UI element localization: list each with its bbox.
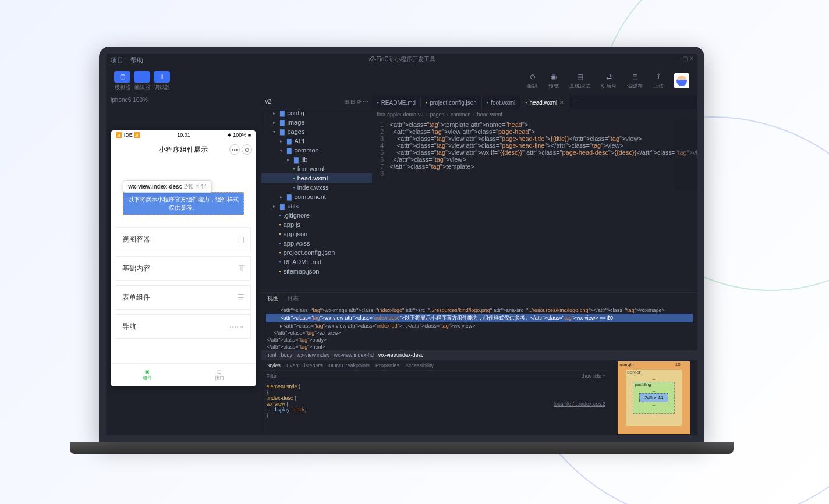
code-editor[interactable]: ▪README.md▪project.config.json▪foot.wxml… [372, 95, 697, 292]
list-item[interactable]: 导航∘∘∘ [116, 314, 251, 339]
editor-tab[interactable]: ▪README.md [372, 95, 421, 109]
styles-tab[interactable]: Styles [266, 363, 281, 368]
file-item[interactable]: ▪foot.wxml [261, 164, 372, 173]
file-item[interactable]: ▪.gitignore [261, 211, 372, 220]
folder-item[interactable]: ▸▇component [261, 192, 372, 201]
status-right: ✱ 100% ■ [227, 132, 251, 138]
file-item[interactable]: ▪app.wxss [261, 239, 372, 248]
toolbar-button[interactable]: ⫴调试器 [154, 71, 170, 91]
menu-item[interactable]: 帮助 [130, 56, 143, 65]
folder-item[interactable]: ▾▇pages [261, 127, 372, 136]
styles-tab[interactable]: Properties [375, 363, 399, 368]
phone-title: 小程序组件展示 [159, 145, 208, 155]
simulator-panel: iphone6 100% 📶 IDE 📶 10:01 ✱ 100% ■ 小程序组… [106, 95, 261, 435]
inspect-tooltip: wx-view.index-desc 240 × 44 [123, 180, 212, 193]
toolbar-action[interactable]: ⇄切后台 [601, 72, 617, 90]
editor-tab[interactable]: ▪project.config.json [421, 95, 482, 109]
inspect-highlight: 以下将展示小程序官方组件能力，组件样式仅供参考。 [123, 192, 244, 215]
dom-tree[interactable]: <attr">class="tag">wx-image attr">class=… [261, 304, 697, 350]
avatar[interactable] [674, 73, 689, 88]
toolbar-action[interactable]: ⤴上传 [653, 72, 664, 90]
css-rules[interactable]: element.style {}.index-desc {</span></di… [261, 381, 610, 435]
file-item[interactable]: ▪head.wxml [261, 173, 372, 183]
editor-tab[interactable]: ▪foot.wxml [482, 95, 520, 109]
window-controls[interactable]: — ▢ ✕ [675, 55, 694, 62]
menu-item[interactable]: 项目 [111, 56, 123, 65]
phone-tab[interactable]: ◫接口 [183, 364, 256, 386]
phone-simulator[interactable]: 📶 IDE 📶 10:01 ✱ 100% ■ 小程序组件展示 ••• ⊙ [111, 130, 256, 386]
laptop-frame: 项目 帮助 v2-FinClip小程序开发工具 — ▢ ✕ ▢模拟器编辑器⫴调试… [99, 47, 704, 454]
more-icon[interactable]: ••• [229, 144, 240, 155]
file-item[interactable]: ▪index.wxss [261, 183, 372, 192]
status-left: 📶 IDE 📶 [116, 132, 140, 138]
simulator-device-info: iphone6 100% [106, 95, 261, 107]
folder-item[interactable]: ▸▇image [261, 118, 372, 127]
toolbar-action[interactable]: ⊙编译 [527, 72, 538, 90]
devtools-panel[interactable]: 视图 日志 <attr">class="tag">wx-image attr">… [261, 292, 697, 435]
editor-tab[interactable]: ▪head.wxml✕ [520, 95, 569, 109]
app-window: 项目 帮助 v2-FinClip小程序开发工具 — ▢ ✕ ▢模拟器编辑器⫴调试… [106, 54, 697, 435]
close-icon[interactable]: ⊙ [242, 144, 252, 155]
folder-item[interactable]: ▸▇API [261, 136, 372, 145]
css-filter-toggles[interactable]: :hov .cls + [582, 373, 605, 379]
toolbar-action[interactable]: ▤真机调试 [569, 72, 590, 90]
file-item[interactable]: ▪app.json [261, 229, 372, 239]
toolbar-button[interactable]: 编辑器 [134, 71, 150, 91]
dom-breadcrumb[interactable]: htmlbodywx-view.indexwx-view.index-hdwx-… [261, 350, 697, 360]
file-item[interactable]: ▪project.config.json [261, 248, 372, 257]
toolbar-action[interactable]: ◉预览 [548, 72, 559, 90]
styles-tab[interactable]: Event Listeners [286, 363, 323, 368]
devtools-tab[interactable]: 视图 [267, 294, 279, 303]
list-item[interactable]: 视图容器▢ [116, 227, 251, 251]
folder-item[interactable]: ▸▇lib [261, 155, 372, 164]
window-title: v2-FinClip小程序开发工具 [368, 55, 435, 63]
explorer-root: v2 [265, 98, 271, 105]
breadcrumb[interactable]: fino-applet-demo-v2›pages›common›head.wx… [372, 109, 697, 120]
folder-item[interactable]: ▸▇utils [261, 201, 372, 211]
styles-tab[interactable]: DOM Breakpoints [328, 363, 370, 368]
styles-tab[interactable]: Accessibility [405, 363, 434, 368]
folder-item[interactable]: ▾▇common [261, 145, 372, 155]
minimap[interactable] [674, 120, 697, 190]
file-item[interactable]: ▪sitemap.json [261, 267, 372, 276]
file-item[interactable]: ▪app.js [261, 220, 372, 229]
toolbar: ▢模拟器编辑器⫴调试器 ⊙编译◉预览▤真机调试⇄切后台⊟清缓存⤴上传 [106, 66, 697, 95]
box-model: 10 – – 240 × 44 – – [610, 360, 697, 435]
css-filter-input[interactable]: Filter [266, 373, 278, 379]
list-item[interactable]: 表单组件☰ [116, 285, 251, 310]
tabs-more-icon[interactable]: ⋯ [569, 99, 583, 107]
file-explorer[interactable]: v2 ⊞ ⊟ ⟳ ⋯ ▸▇config▸▇image▾▇pages▸▇API▾▇… [261, 95, 372, 292]
menubar: 项目 帮助 v2-FinClip小程序开发工具 — ▢ ✕ [106, 54, 697, 66]
status-time: 10:01 [177, 132, 190, 138]
file-item[interactable]: ▪README.md [261, 257, 372, 267]
list-item[interactable]: 基础内容𝕋 [116, 256, 251, 281]
phone-tab[interactable]: ▣组件 [111, 364, 183, 386]
devtools-tab[interactable]: 日志 [287, 294, 299, 303]
folder-item[interactable]: ▸▇config [261, 108, 372, 118]
explorer-toolbar[interactable]: ⊞ ⊟ ⟳ ⋯ [344, 98, 369, 105]
toolbar-action[interactable]: ⊟清缓存 [627, 72, 643, 90]
toolbar-button[interactable]: ▢模拟器 [114, 71, 130, 91]
